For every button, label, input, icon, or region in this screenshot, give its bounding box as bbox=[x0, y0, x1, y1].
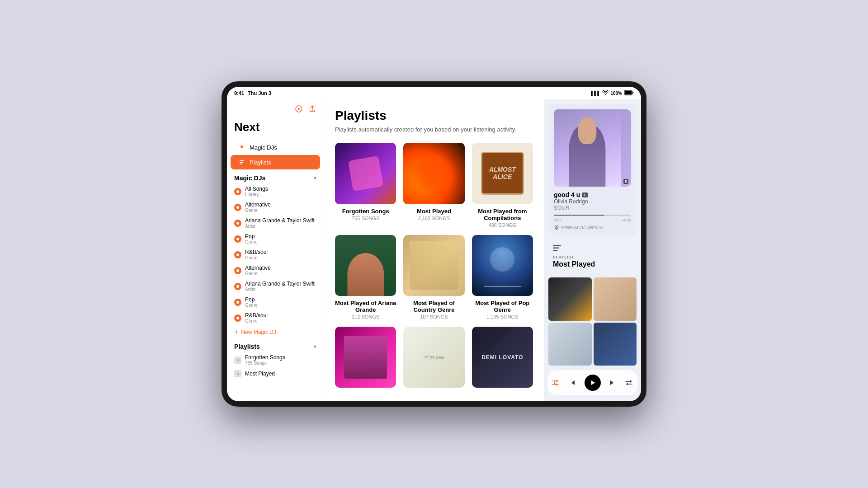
airplay-label: STREAM VIA AIRPLAY bbox=[561, 225, 603, 230]
playlist-card-ariana[interactable]: Most Played of Ariana Grande 112 SONGS bbox=[335, 235, 396, 319]
airplay-button[interactable]: STREAM VIA AIRPLAY bbox=[554, 225, 631, 230]
dj-icon bbox=[234, 314, 241, 322]
playlists-section-header: Playlists ▾ bbox=[227, 338, 324, 352]
svg-rect-5 bbox=[240, 164, 242, 164]
playlist-card-title-taylor: Most Played of Country Genre bbox=[403, 300, 464, 313]
playlist-card-count-taylor: 107 SONGS bbox=[403, 314, 464, 319]
prev-button[interactable] bbox=[568, 379, 576, 387]
next-title: Next bbox=[227, 118, 324, 140]
add-magic-label: New Magic DJ bbox=[241, 329, 276, 335]
magic-djs-icon bbox=[238, 143, 246, 151]
screen: 9:41 Thu Jun 3 ▌▌▌ 100% bbox=[227, 87, 641, 401]
dj-item-ariana-taylor[interactable]: Ariana Grande & Taylor Swift Artist bbox=[227, 215, 324, 231]
dj-item-rnb[interactable]: R&B/soul Genre bbox=[227, 247, 324, 263]
dj-item-alternative-2[interactable]: Alternative Genre bbox=[227, 263, 324, 278]
dj-icon bbox=[234, 188, 241, 195]
dj-icon bbox=[234, 235, 241, 243]
track-title: good 4 u E bbox=[554, 191, 631, 198]
svg-rect-4 bbox=[240, 162, 243, 163]
time-remaining: -4:02 bbox=[622, 218, 631, 222]
playlist-card-title-compilations: Most Played from Compilations bbox=[472, 208, 533, 221]
playlist-card-compilations[interactable]: ALMOST ALICE Most Played from Compilatio… bbox=[472, 143, 533, 227]
sidebar-playlist-most-played[interactable]: ♫ Most Played bbox=[227, 368, 324, 380]
battery-text: 100% bbox=[610, 91, 622, 96]
playlist-thumb-row3-1 bbox=[335, 327, 396, 388]
dj-item-ariana-taylor-2[interactable]: Ariana Grande & Taylor Swift Artist bbox=[227, 278, 324, 294]
playlist-card-title-pop: Most Played of Pop Genre bbox=[472, 300, 533, 313]
playlist-card-row3-2[interactable]: 'Til It's Over bbox=[403, 327, 464, 391]
playlist-card-title-most-played: Most Played bbox=[403, 208, 464, 215]
nav-label-playlists: Playlists bbox=[250, 159, 271, 166]
shuffle-button[interactable] bbox=[552, 380, 560, 386]
progress-bar[interactable] bbox=[554, 215, 631, 216]
status-date: Thu Jun 3 bbox=[248, 90, 271, 96]
dj-icon bbox=[234, 251, 241, 258]
device-frame: 9:41 Thu Jun 3 ▌▌▌ 100% bbox=[222, 81, 646, 407]
nav-item-magic-djs[interactable]: Magic DJs bbox=[231, 140, 320, 155]
dj-icon bbox=[234, 299, 241, 306]
dj-item-pop[interactable]: Pop Genre bbox=[227, 231, 324, 247]
track-thumb-3[interactable] bbox=[548, 323, 592, 366]
playlist-card-title-forgotten: Forgotten Songs bbox=[335, 208, 396, 215]
next-button[interactable] bbox=[609, 379, 617, 387]
share-icon[interactable] bbox=[308, 105, 316, 115]
dj-icon bbox=[234, 283, 241, 290]
playlist-card-row3-3[interactable]: DEMI LOVATO bbox=[472, 327, 533, 391]
queue-icon bbox=[553, 245, 632, 253]
track-thumb-1[interactable] bbox=[548, 277, 592, 321]
playlist-card-row3-1[interactable] bbox=[335, 327, 396, 391]
explicit-inline: E bbox=[582, 192, 588, 197]
now-playing-card: E good 4 u E Olivia Rodrigo SOUR bbox=[548, 104, 637, 236]
playlist-section-label: PLAYLIST bbox=[553, 255, 632, 259]
wifi-icon bbox=[602, 90, 609, 96]
add-magic-dj-button[interactable]: + New Magic DJ bbox=[227, 326, 324, 338]
playlist-icon: ♫ bbox=[234, 357, 241, 364]
main-content: Playlists Playlists automatically create… bbox=[324, 99, 544, 401]
playlist-icon: ♫ bbox=[234, 370, 241, 377]
sidebar-header bbox=[227, 99, 324, 118]
track-thumb-2[interactable] bbox=[594, 277, 637, 321]
svg-rect-8 bbox=[553, 248, 559, 249]
playlists-chevron[interactable]: ▾ bbox=[314, 343, 316, 350]
sidebar-playlist-forgotten[interactable]: ♫ Forgotten Songs 765 Songs bbox=[227, 352, 324, 368]
svg-rect-9 bbox=[553, 250, 557, 251]
playlist-card-forgotten[interactable]: Forgotten Songs 765 SONGS bbox=[335, 143, 396, 227]
playlist-grid: Forgotten Songs 765 SONGS Most Played 2,… bbox=[335, 143, 533, 391]
playlists-section-title: Playlists bbox=[234, 343, 260, 350]
page-title: Playlists bbox=[335, 108, 533, 123]
playlist-thumb-ariana bbox=[335, 235, 396, 296]
dj-item-pop-2[interactable]: Pop Genre bbox=[227, 294, 324, 310]
status-bar: 9:41 Thu Jun 3 ▌▌▌ 100% bbox=[227, 87, 641, 99]
svg-rect-3 bbox=[240, 160, 244, 161]
dj-icon bbox=[234, 220, 241, 227]
playlist-thumb-forgotten bbox=[335, 143, 396, 204]
play-button[interactable] bbox=[585, 375, 601, 391]
playlist-card-pop[interactable]: Most Played of Pop Genre 1,105 SONGS bbox=[472, 235, 533, 319]
playlist-card-most-played[interactable]: Most Played 2,182 SONGS bbox=[403, 143, 464, 227]
track-grid bbox=[544, 277, 641, 370]
nav-label-magic-djs: Magic DJs bbox=[250, 144, 277, 151]
music-controls-icon[interactable] bbox=[295, 105, 303, 115]
right-panel: E good 4 u E Olivia Rodrigo SOUR bbox=[544, 99, 641, 401]
magic-djs-chevron[interactable]: ▾ bbox=[314, 175, 316, 181]
status-time: 9:41 bbox=[234, 90, 244, 96]
sidebar: Next Magic DJs bbox=[227, 99, 324, 401]
playlist-card-taylor[interactable]: Most Played of Country Genre 107 SONGS bbox=[403, 235, 464, 319]
dj-item-rnb-2[interactable]: R&B/soul Genre bbox=[227, 310, 324, 326]
playlist-thumb-compilations: ALMOST ALICE bbox=[472, 143, 533, 204]
svg-rect-7 bbox=[553, 245, 561, 246]
playlist-thumb-taylor bbox=[403, 235, 464, 296]
svg-rect-1 bbox=[625, 91, 632, 95]
playlist-card-count-ariana: 112 SONGS bbox=[335, 314, 396, 319]
playlist-card-title-ariana: Most Played of Ariana Grande bbox=[335, 300, 396, 313]
dj-item-alternative[interactable]: Alternative Genre bbox=[227, 199, 324, 215]
track-thumb-4[interactable] bbox=[594, 323, 637, 366]
svg-rect-6 bbox=[556, 229, 557, 230]
dj-item-all-songs[interactable]: All Songs Library bbox=[227, 183, 324, 199]
dj-icon bbox=[234, 204, 241, 211]
repeat-button[interactable] bbox=[625, 380, 633, 386]
plus-icon: + bbox=[234, 328, 238, 336]
magic-djs-section-header: Magic DJs ▾ bbox=[227, 170, 324, 183]
nav-item-playlists[interactable]: Playlists bbox=[231, 155, 320, 169]
playlist-next-section: PLAYLIST Most Played bbox=[548, 240, 637, 273]
